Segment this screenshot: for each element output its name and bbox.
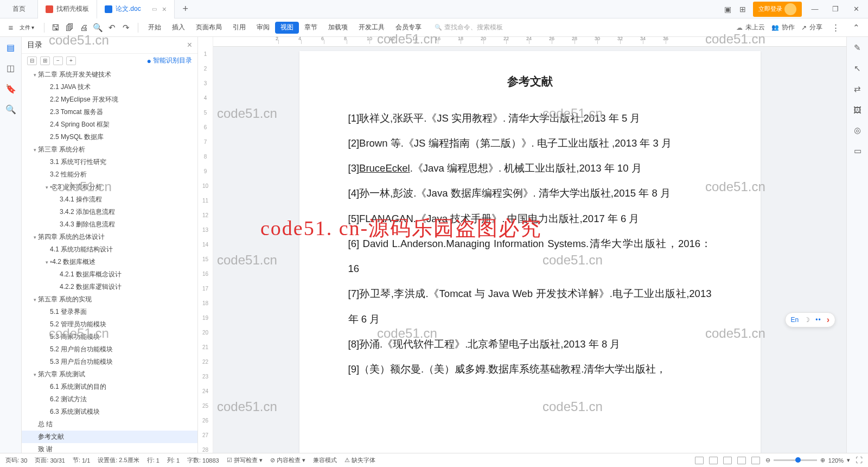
tab-home[interactable]: 首页 [0, 0, 38, 18]
collab-button[interactable]: 协作 [771, 23, 795, 32]
tab-close-icon[interactable]: × [162, 5, 167, 14]
outline-expand-btn[interactable]: ⊞ [40, 56, 50, 65]
read-icon[interactable]: ▭ [852, 146, 863, 156]
menu-视图[interactable]: 视图 [275, 22, 299, 34]
sb-page[interactable]: 页码: 30 [5, 456, 27, 464]
file-menu[interactable]: 文件▾ [18, 24, 34, 31]
menu-会员专享[interactable]: 会员专享 [390, 18, 427, 37]
outline-close-icon[interactable]: × [187, 40, 192, 50]
outline-item[interactable]: 3.2 性能分析 [22, 168, 197, 181]
outline-minus-btn[interactable]: − [53, 56, 63, 65]
view-mode-1-icon[interactable] [695, 457, 704, 464]
lang-indicator[interactable]: En [791, 316, 799, 324]
print-icon[interactable]: 🖨 [77, 21, 90, 34]
select-icon[interactable]: ↖ [852, 63, 863, 74]
maximize-button[interactable]: ❐ [828, 5, 843, 13]
outline-item[interactable]: ▾第五章 系统的实现 [22, 293, 197, 306]
menu-章节[interactable]: 章节 [299, 18, 323, 37]
apps-icon[interactable]: ⊞ [738, 4, 748, 14]
sb-pages[interactable]: 页面: 30/31 [35, 456, 65, 464]
chevron-down-icon[interactable]: ▾ [31, 235, 38, 240]
view-mode-4-icon[interactable] [737, 457, 746, 464]
layout-icon[interactable]: ▣ [723, 4, 732, 14]
night-mode-icon[interactable]: ☽ [804, 316, 810, 324]
view-mode-3-icon[interactable] [723, 457, 732, 464]
nav-icon[interactable]: ◫ [5, 62, 17, 74]
map-icon[interactable]: ◎ [852, 125, 863, 136]
ruler[interactable] [213, 37, 846, 47]
outline-item[interactable]: 4.1 系统功能结构设计 [22, 243, 197, 256]
outline-tab-icon[interactable]: ▤ [5, 41, 17, 53]
outline-item[interactable]: ▾第四章 系统的总体设计 [22, 231, 197, 243]
outline-item[interactable]: ▾第六章 系统测试 [22, 368, 197, 381]
outline-item[interactable]: 3.4.2 添加信息流程 [22, 206, 197, 218]
outline-list[interactable]: ▾第二章 系统开发关键技术2.1 JAVA 技术2.2 MyEclipse 开发… [22, 67, 197, 453]
outline-item[interactable]: 总 结 [22, 418, 197, 431]
menu-审阅[interactable]: 审阅 [251, 18, 275, 37]
sb-missing[interactable]: ⚠ 缺失字体 [344, 456, 375, 464]
tab-add-button[interactable]: + [175, 3, 196, 15]
menu-开始[interactable]: 开始 [143, 18, 167, 37]
menu-开发工具[interactable]: 开发工具 [353, 18, 390, 37]
sb-col[interactable]: 列: 1 [167, 456, 180, 464]
outline-item[interactable]: 参考文献 [22, 431, 197, 443]
fullscreen-icon[interactable]: ⛶ [856, 456, 863, 464]
menu-页面布局[interactable]: 页面布局 [190, 18, 227, 37]
outline-item[interactable]: 4.2.2 数据库逻辑设计 [22, 281, 197, 293]
saveas-icon[interactable]: 🗐 [63, 21, 76, 34]
outline-item[interactable]: 4.2.1 数据库概念设计 [22, 268, 197, 281]
view-mode-2-icon[interactable] [709, 457, 718, 464]
cloud-status[interactable]: 未上云 [736, 23, 765, 32]
menu-引用[interactable]: 引用 [227, 18, 251, 37]
bookmark-icon[interactable]: 🔖 [5, 83, 17, 94]
outline-item[interactable]: ▾• 3.3 业务流程分析 [22, 181, 197, 193]
smart-outline-button[interactable]: 智能识别目录 [147, 56, 192, 65]
assets-icon[interactable]: 🖼 [852, 104, 863, 115]
tab-dropdown-icon[interactable]: ▭ [152, 6, 157, 12]
outline-item[interactable]: 5.3 商家功能模块 [22, 331, 197, 343]
expand-icon[interactable]: ⌃ [850, 21, 863, 34]
outline-item[interactable]: ▾第二章 系统开发关键技术 [22, 68, 197, 81]
close-button[interactable]: ✕ [848, 5, 864, 13]
outline-item[interactable]: 6.3 系统测试模块 [22, 406, 197, 418]
outline-item[interactable]: 3.1 系统可行性研究 [22, 156, 197, 168]
outline-item[interactable]: 2.4 Spring Boot 框架 [22, 118, 197, 131]
chevron-down-icon[interactable]: ▾ [31, 297, 38, 302]
zoom-slider[interactable] [774, 459, 817, 461]
sb-row[interactable]: 行: 1 [147, 456, 159, 464]
tab-template[interactable]: 找稻壳模板 [38, 0, 97, 18]
outline-item[interactable]: ▾第三章 系统分析 [22, 143, 197, 156]
zoom-dropdown-icon[interactable]: ▾ [847, 457, 850, 464]
outline-item[interactable]: 5.2 用户前台功能模块 [22, 343, 197, 356]
sb-content[interactable]: ⊘ 内容检查 ▾ [270, 456, 305, 464]
outline-plus-btn[interactable]: + [66, 56, 76, 65]
chevron-down-icon[interactable]: ▾ [43, 260, 50, 265]
search-input[interactable]: 查找命令、搜索模板 [435, 23, 503, 32]
tab-document[interactable]: 论文.doc ▭ × [97, 0, 175, 18]
sb-section[interactable]: 节: 1/1 [73, 456, 90, 464]
outline-item[interactable]: 5.3 用户后台功能模块 [22, 356, 197, 368]
chevron-down-icon[interactable]: ▾ [31, 147, 38, 153]
login-button[interactable]: 立即登录 [753, 2, 802, 17]
outline-item[interactable]: 5.1 登录界面 [22, 306, 197, 318]
outline-item[interactable]: 3.4.1 操作流程 [22, 193, 197, 206]
zoom-out-icon[interactable]: ⊖ [765, 457, 770, 464]
outline-item[interactable]: 5.2 管理员功能模块 [22, 318, 197, 331]
view-mode-5-icon[interactable] [751, 457, 760, 464]
chevron-down-icon[interactable]: ▾ [43, 185, 50, 190]
outline-item[interactable]: 2.2 MyEclipse 开发环境 [22, 93, 197, 106]
sb-spell[interactable]: ☑ 拼写检查 ▾ [227, 456, 263, 464]
zoom-value[interactable]: 120% [828, 457, 844, 464]
search-tab-icon[interactable]: 🔍 [5, 103, 17, 115]
outline-item[interactable]: 6.1 系统测试的目的 [22, 381, 197, 393]
chevron-down-icon[interactable]: ▾ [31, 72, 38, 78]
undo-icon[interactable]: ↶ [105, 21, 118, 34]
zoom-in-icon[interactable]: ⊕ [820, 457, 825, 464]
next-arrow-icon[interactable]: › [827, 315, 829, 325]
outline-item[interactable]: 6.2 测试方法 [22, 393, 197, 406]
outline-item[interactable]: 3.4.3 删除信息流程 [22, 218, 197, 231]
menu-插入[interactable]: 插入 [167, 18, 190, 37]
outline-item[interactable]: 2.3 Tomcat 服务器 [22, 106, 197, 118]
settings-icon[interactable]: ⇄ [852, 84, 863, 94]
outline-collapse-btn[interactable]: ⊟ [27, 56, 37, 65]
